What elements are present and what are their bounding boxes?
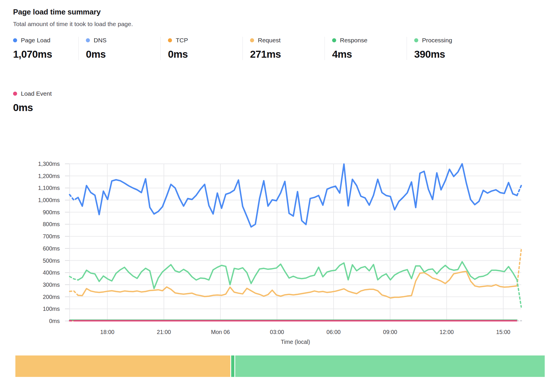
axis-label: 200ms	[43, 294, 60, 300]
metric-response: Response4ms	[325, 37, 407, 60]
load-event-metric-value: 0ms	[13, 102, 78, 113]
page-title: Page load time summary	[13, 8, 541, 17]
page-subtitle: Total amount of time it took to load the…	[13, 21, 541, 28]
processing-metric-value: 390ms	[414, 48, 489, 60]
chart-series-line-10	[517, 280, 521, 307]
header: Page load time summary Total amount of t…	[0, 0, 554, 28]
axis-label: 1,000ms	[38, 197, 60, 203]
processing-metric-label: Processing	[422, 37, 452, 44]
tcp-metric-value: 0ms	[168, 48, 242, 60]
axis-label: 15:00	[496, 329, 510, 335]
phase-bar-segment-request	[15, 355, 230, 377]
axis-label: 1,200ms	[38, 173, 60, 179]
metric-dns: DNS0ms	[78, 37, 160, 60]
metric-request: Request271ms	[242, 37, 325, 60]
response-metric-value: 4ms	[332, 48, 407, 60]
load-event-metric-label: Load Event	[21, 90, 52, 97]
phase-proportion-bar	[15, 355, 545, 377]
metric-processing: Processing390ms	[407, 37, 489, 60]
metric-load-event: Load Event0ms	[13, 90, 78, 113]
axis-label: 600ms	[43, 245, 60, 252]
axis-label: 700ms	[43, 233, 60, 239]
axis-label: 100ms	[43, 306, 60, 312]
axis-label: 21:00	[157, 329, 171, 335]
phase-bar-segment-processing	[235, 355, 545, 377]
response-legend-dot-icon	[332, 38, 336, 42]
axis-label: 09:00	[383, 329, 397, 335]
axis-label: 400ms	[43, 269, 60, 276]
request-metric-value: 271ms	[250, 48, 325, 60]
load-time-line-chart: 0ms100ms200ms300ms400ms500ms600ms700ms80…	[0, 125, 554, 355]
phase-bar-segment-response	[231, 355, 234, 377]
request-metric-label: Request	[258, 37, 280, 44]
axis-label: 0ms	[49, 318, 60, 324]
tcp-metric-label: TCP	[176, 37, 188, 44]
axis-label: 500ms	[43, 257, 60, 264]
axis-label: 18:00	[100, 329, 115, 335]
x-axis-title: Time (local)	[281, 339, 310, 345]
response-metric-label: Response	[340, 37, 367, 44]
metric-tcp: TCP0ms	[160, 37, 242, 60]
page-load-metric-value: 1,070ms	[13, 48, 78, 60]
metrics-summary-row: Page Load1,070msDNS0msTCP0msRequest271ms…	[13, 37, 554, 60]
page-load-summary-panel: Page load time summary Total amount of t…	[0, 0, 554, 392]
axis-label: 12:00	[440, 329, 454, 335]
axis-label: 03:00	[270, 329, 284, 335]
dns-legend-dot-icon	[86, 38, 90, 42]
chart-series-line-11	[70, 195, 78, 200]
chart-series-line-5	[70, 291, 78, 295]
axis-label: 300ms	[43, 282, 60, 288]
page-load-legend-dot-icon	[13, 38, 17, 42]
metric-page-load: Page Load1,070ms	[13, 37, 78, 60]
dns-metric-value: 0ms	[86, 48, 160, 60]
metrics-summary-row-2: Load Event0ms	[13, 90, 554, 113]
chart-series-line-12	[78, 164, 517, 227]
chart-series-line-8	[70, 277, 78, 280]
load-event-legend-dot-icon	[13, 92, 17, 96]
axis-label: 900ms	[43, 209, 60, 215]
axis-label: 1,100ms	[38, 185, 60, 191]
axis-label: 06:00	[327, 329, 341, 335]
axis-label: Mon 06	[211, 329, 230, 335]
axis-label: 1,300ms	[38, 161, 60, 167]
tcp-legend-dot-icon	[168, 38, 172, 42]
processing-legend-dot-icon	[414, 38, 418, 42]
request-legend-dot-icon	[250, 38, 254, 42]
dns-metric-label: DNS	[94, 37, 106, 44]
chart-series-line-13	[517, 186, 521, 195]
axis-label: 800ms	[43, 221, 60, 227]
page-load-metric-label: Page Load	[21, 37, 50, 44]
